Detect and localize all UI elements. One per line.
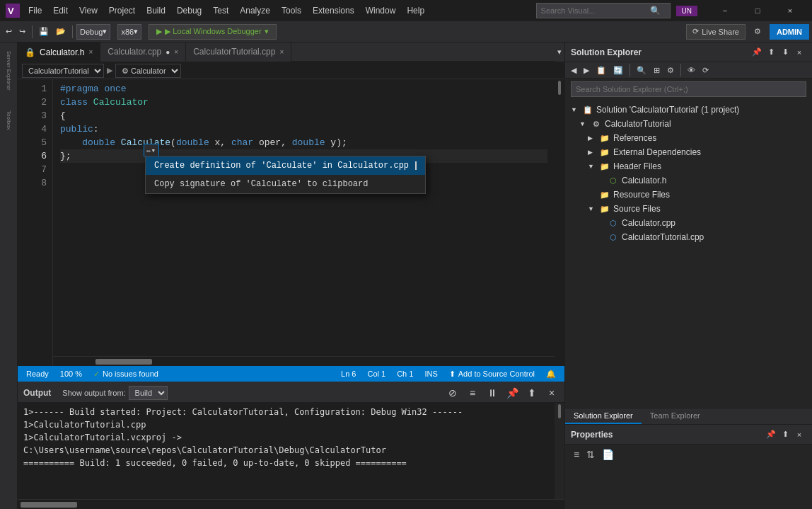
status-source-control[interactable]: ⬆ Add to Source Control bbox=[446, 370, 538, 379]
code-action-button[interactable]: ✏▾ bbox=[144, 144, 159, 156]
status-ch[interactable]: Ch 1 bbox=[394, 370, 416, 378]
se-filter-button[interactable]: 🔍 bbox=[634, 64, 649, 76]
tree-item-resource-files[interactable]: 📁 Resource Files bbox=[565, 188, 812, 202]
se-tab-solution-explorer[interactable]: Solution Explorer bbox=[565, 408, 642, 424]
code-lines[interactable]: #pragma once class Calculator { public: … bbox=[53, 79, 555, 366]
output-clear-button[interactable]: ⊘ bbox=[446, 386, 460, 400]
menu-item-view[interactable]: View bbox=[74, 3, 103, 18]
status-issues[interactable]: ✓ No issues found bbox=[91, 370, 161, 379]
redo-button[interactable]: ↪ bbox=[16, 25, 28, 38]
hscrollbar-thumb[interactable] bbox=[95, 359, 152, 365]
menu-item-window[interactable]: Window bbox=[360, 3, 402, 18]
menu-item-file[interactable]: File bbox=[23, 3, 47, 18]
prop-sort-button[interactable]: ⇅ bbox=[584, 447, 598, 462]
output-hscrollbar[interactable] bbox=[18, 499, 564, 509]
se-pin-button[interactable]: 📌 bbox=[750, 45, 764, 59]
prop-pages-button[interactable]: 📄 bbox=[599, 447, 617, 462]
status-zoom[interactable]: 100 % bbox=[57, 370, 85, 378]
prop-pin-button[interactable]: 📌 bbox=[764, 428, 778, 442]
menu-item-tools[interactable]: Tools bbox=[276, 3, 307, 18]
menu-item-project[interactable]: Project bbox=[103, 3, 141, 18]
editor-scrollbar[interactable] bbox=[555, 79, 564, 366]
output-hscroll-thumb[interactable] bbox=[21, 502, 77, 508]
close-tab-button3[interactable]: × bbox=[279, 48, 284, 56]
se-forward-button[interactable]: ▶ bbox=[581, 64, 592, 76]
status-mode[interactable]: INS bbox=[422, 370, 440, 378]
breadcrumb-project-select[interactable]: CalculatorTutorial bbox=[22, 64, 104, 78]
menu-item-analyze[interactable]: Analyze bbox=[234, 3, 276, 18]
se-arrow-up-button[interactable]: ⬆ bbox=[764, 45, 778, 59]
se-refresh-button[interactable]: 🔄 bbox=[610, 64, 626, 76]
close-tab-button2[interactable]: × bbox=[174, 48, 178, 56]
tab-calculator-h[interactable]: 🔒 Calculator.h × bbox=[18, 42, 100, 62]
tree-item-calculatortutorial-cpp[interactable]: ⬡ CalculatorTutorial.cpp bbox=[565, 230, 812, 244]
notification-bell[interactable]: 🔔 bbox=[543, 370, 559, 379]
se-settings-button[interactable]: ⚙ bbox=[664, 64, 677, 76]
server-explorer-icon[interactable]: Server Explorer bbox=[0, 42, 18, 99]
code-line-2: class Calculator bbox=[60, 96, 547, 109]
minimize-button[interactable]: − bbox=[709, 0, 741, 21]
menu-item-edit[interactable]: Edit bbox=[47, 3, 74, 18]
prop-float-button[interactable]: ⬆ bbox=[778, 428, 792, 442]
status-line[interactable]: Ln 6 bbox=[338, 370, 359, 378]
output-pin-button[interactable]: 📌 bbox=[505, 386, 519, 400]
menu-item-extensions[interactable]: Extensions bbox=[307, 3, 360, 18]
editor-hscrollbar[interactable] bbox=[53, 356, 555, 366]
tree-item-project[interactable]: ▼ ⚙ CalculatorTutorial bbox=[565, 117, 812, 131]
menu-item-build[interactable]: Build bbox=[141, 3, 171, 18]
status-col[interactable]: Col 1 bbox=[364, 370, 388, 378]
menu-item-test[interactable]: Test bbox=[207, 3, 234, 18]
breadcrumb-symbol-select[interactable]: ⚙ Calculator bbox=[115, 64, 181, 78]
run-button[interactable]: ▶ ▶ Local Windows Debugger ▾ bbox=[149, 24, 276, 40]
close-button[interactable]: × bbox=[774, 0, 806, 21]
se-tab-team-explorer[interactable]: Team Explorer bbox=[642, 408, 709, 424]
settings-button[interactable]: ⚙ bbox=[751, 25, 764, 38]
menu-item-help[interactable]: Help bbox=[401, 3, 430, 18]
tab-list-button[interactable]: ▾ bbox=[555, 42, 564, 62]
output-scroll-thumb[interactable] bbox=[558, 404, 561, 418]
status-ready[interactable]: Ready bbox=[23, 370, 52, 378]
tab-label: Calculator.h bbox=[40, 47, 84, 57]
search-input[interactable] bbox=[537, 5, 650, 16]
toolbox-icon[interactable]: Toolbox bbox=[0, 99, 18, 142]
tree-item-source-files[interactable]: ▼ 📁 Source Files bbox=[565, 202, 812, 216]
live-share-button[interactable]: ⟳ Live Share bbox=[686, 24, 746, 40]
context-menu-item-1[interactable]: Create definition of 'Calculate' in Calc… bbox=[146, 156, 425, 175]
se-float-button[interactable]: ⬇ bbox=[778, 45, 792, 59]
se-back-button[interactable]: ◀ bbox=[568, 64, 579, 76]
prop-close-button[interactable]: × bbox=[792, 428, 806, 442]
menu-item-debug[interactable]: Debug bbox=[171, 3, 207, 18]
output-scrollbar[interactable] bbox=[555, 403, 564, 499]
tree-item-header-files[interactable]: ▼ 📁 Header Files bbox=[565, 159, 812, 173]
se-preview-button[interactable]: 👁 bbox=[685, 64, 698, 76]
save-button[interactable]: 💾 bbox=[36, 25, 52, 38]
tree-item-calculator-cpp[interactable]: ⬡ Calculator.cpp bbox=[565, 216, 812, 230]
output-scroll-lock-button[interactable]: ⏸ bbox=[485, 386, 499, 400]
se-search-input[interactable] bbox=[571, 81, 806, 97]
maximize-button[interactable]: □ bbox=[741, 0, 774, 21]
se-close-button[interactable]: × bbox=[792, 45, 806, 59]
debug-config-dropdown[interactable]: Debug ▾ bbox=[76, 24, 110, 40]
output-source-select[interactable]: Build bbox=[129, 386, 168, 400]
undo-button[interactable]: ↩ bbox=[3, 25, 15, 38]
tab-calculator-cpp[interactable]: Calculator.cpp ● × bbox=[100, 42, 186, 62]
tree-item-solution[interactable]: ▼ 📋 Solution 'CalculatorTutorial' (1 pro… bbox=[565, 103, 812, 117]
tree-item-calculator-h[interactable]: ⬡ Calculator.h bbox=[565, 173, 812, 188]
output-wrap-button[interactable]: ≡ bbox=[465, 386, 480, 400]
search-box[interactable]: 🔍 bbox=[536, 3, 671, 18]
output-close-button[interactable]: × bbox=[545, 386, 559, 400]
admin-button[interactable]: ADMIN bbox=[770, 24, 809, 40]
se-sync-button[interactable]: ⟳ bbox=[700, 64, 712, 76]
close-tab-button[interactable]: × bbox=[88, 48, 93, 56]
tree-item-external[interactable]: ▶ 📁 External Dependencies bbox=[565, 145, 812, 159]
open-button[interactable]: 📂 bbox=[53, 25, 69, 38]
se-properties-button[interactable]: 📋 bbox=[593, 64, 609, 76]
platform-dropdown[interactable]: x86 ▾ bbox=[117, 24, 141, 40]
output-float-button[interactable]: ⬆ bbox=[525, 386, 539, 400]
prop-category-button[interactable]: ≡ bbox=[571, 447, 582, 462]
se-collapse-button[interactable]: ⊞ bbox=[651, 64, 663, 76]
scrollbar-thumb[interactable] bbox=[558, 81, 561, 95]
tab-calculatortutorial-cpp[interactable]: CalculatorTutorial.cpp × bbox=[186, 42, 291, 62]
tree-item-references[interactable]: ▶ 📁 References bbox=[565, 131, 812, 145]
context-menu-item-2[interactable]: Copy signature of 'Calculate' to clipboa… bbox=[146, 175, 425, 193]
